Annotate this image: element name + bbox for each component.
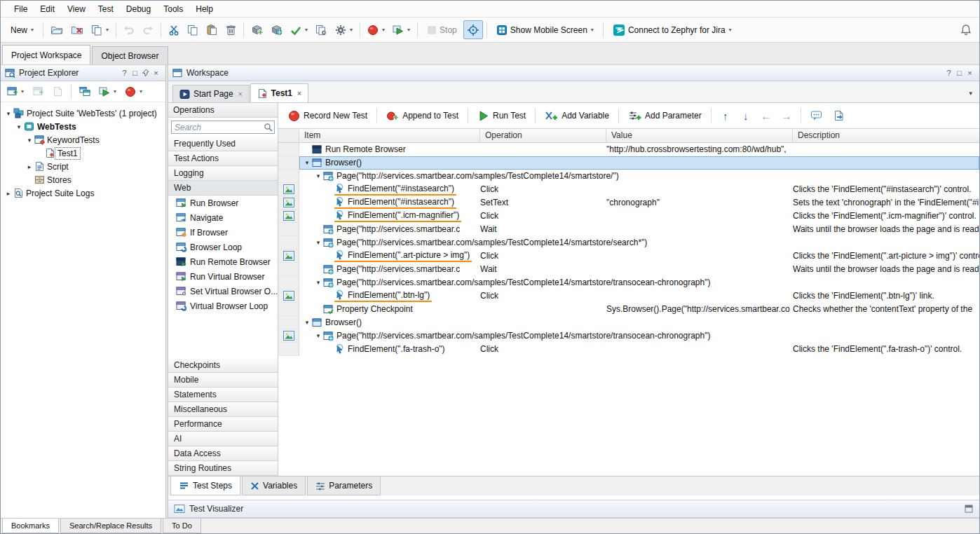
redo-button[interactable] [139,20,157,39]
float-icon[interactable]: □ [130,68,140,78]
operation-item-navigate[interactable]: Navigate [168,210,278,225]
tree-expand-icon[interactable]: ▸ [4,190,13,197]
help-icon[interactable]: ? [944,68,954,78]
tree-item-keywordtests[interactable]: ▾KeywordTests [1,133,165,146]
menu-edit[interactable]: Edit [34,1,61,17]
tab-list-dropdown-icon[interactable]: ▾ [969,90,975,102]
add-web-service-button[interactable] [267,20,286,39]
menu-view[interactable]: View [61,1,92,17]
test-step-row[interactable]: FindElement("#instasearch")SetText"chron… [278,196,979,210]
operations-category-checkpoints[interactable]: Checkpoints [168,358,278,373]
operations-category-test-actions[interactable]: Test Actions [168,151,278,166]
save-button[interactable]: ▾ [88,20,112,39]
close-tab-icon[interactable]: × [238,90,243,98]
add-parameter-button[interactable]: Add Parameter [624,107,706,125]
operations-category-frequently-used[interactable]: Frequently Used [168,137,278,151]
tree-expand-icon[interactable]: ▸ [25,163,34,170]
copy-button[interactable] [184,20,202,39]
tree-collapse-icon[interactable]: ▾ [14,123,24,130]
row-collapse-icon[interactable]: ▾ [313,170,323,183]
column-header-item[interactable]: Item [299,129,480,142]
show-mobile-screen-button[interactable]: Show Mobile Screen▾ [491,20,599,39]
tree-item-test1[interactable]: Test1 [1,146,165,160]
row-collapse-icon[interactable]: ▾ [313,329,323,343]
tree-item-project-suite-logs[interactable]: ▸Project Suite Logs [1,186,165,200]
bottom-bar-tab-bookmarks[interactable]: Bookmarks [2,519,59,533]
row-collapse-icon[interactable]: ▾ [313,236,323,249]
add-project-item-button[interactable]: ▾ [4,82,27,101]
column-header-value[interactable]: Value [606,129,793,142]
menu-file[interactable]: File [8,1,34,17]
export-to-script-button[interactable] [829,107,849,125]
rename-item-button[interactable] [48,82,67,101]
operations-category-performance[interactable]: Performance [168,417,278,432]
object-browser-button[interactable] [76,82,94,101]
append-to-test-button[interactable]: Append to Test [382,107,463,125]
search-icon[interactable] [262,121,275,134]
column-header-operation[interactable]: Operation [480,129,606,142]
operation-item-set-virtual-browser-o[interactable]: Set Virtual Browser O... [168,284,278,299]
bottom-tab-parameters[interactable]: Parameters [307,477,381,495]
test-step-row[interactable]: ▾Browser() [278,316,979,329]
test-step-row[interactable]: FindElement(".btn-lg")ClickClicks the 'F… [278,289,979,303]
operations-category-data-access[interactable]: Data Access [168,446,278,461]
cut-button[interactable] [165,20,183,39]
test-step-row[interactable]: ▾Page("http://services.smartbear.com/sam… [278,276,979,289]
help-icon[interactable]: ? [119,68,130,78]
visualizer-expand-icon[interactable] [963,505,974,513]
bottom-tab-variables[interactable]: Variables [242,477,306,495]
close-project-button[interactable] [67,20,87,39]
run-test-button[interactable]: Run Test [473,107,530,125]
operation-item-if-browser[interactable]: If Browser [168,225,278,240]
add-variable-button[interactable]: Add Variable [540,107,613,125]
add-comment-button[interactable] [806,107,827,125]
tree-item-webtests[interactable]: ▾WebTests [1,120,165,133]
row-collapse-icon[interactable]: ▾ [313,276,323,289]
open-project-button[interactable] [47,20,67,39]
operations-category-statements[interactable]: Statements [168,388,278,402]
menu-help[interactable]: Help [189,1,219,17]
operations-category-ai[interactable]: AI [168,432,278,446]
menu-tools[interactable]: Tools [157,1,189,17]
menu-test[interactable]: Test [92,1,120,17]
delete-button[interactable] [222,20,240,39]
tree-item-script[interactable]: ▸Script [1,160,165,173]
doc-tab-test1[interactable]: Test1× [250,83,308,102]
move-left-button[interactable]: ← [757,110,775,122]
check-syntax-button[interactable]: ▾ [287,20,311,39]
operation-item-run-browser[interactable]: Run Browser [168,196,278,210]
notifications-button[interactable] [957,20,975,39]
add-existing-item-button[interactable] [29,82,47,101]
operations-category-miscellaneous[interactable]: Miscellaneous [168,402,278,417]
test-step-row[interactable]: FindElement(".art-picture > img")ClickCl… [278,249,979,263]
debug-run-button[interactable]: ▾ [121,82,146,101]
test-step-row[interactable]: Page("http://services.smartbear.cWaitWai… [278,223,979,236]
move-right-button[interactable]: → [777,110,796,122]
paste-button[interactable] [203,20,221,39]
test-step-row[interactable]: Run Remote Browser"http://hub.crossbrows… [278,143,979,156]
operations-category-string-routines[interactable]: String Routines [168,461,278,476]
connect-zephyr-button[interactable]: Connect to Zephyr for Jira▾ [607,20,737,39]
operations-category-logging[interactable]: Logging [168,166,278,181]
test-step-row[interactable]: FindElement("#instasearch")ClickClicks t… [278,183,979,196]
run-project-button[interactable]: ▾ [389,20,414,39]
stop-button[interactable]: Stop [421,20,463,39]
test-step-row[interactable]: ▾Page("http://services.smartbear.com/sam… [278,236,979,249]
close-tab-icon[interactable]: × [297,90,301,97]
tab-project-workspace[interactable]: Project Workspace [2,45,90,64]
move-down-button[interactable]: ↓ [737,110,755,122]
tree-item-project-suite-webtests-1-project[interactable]: ▾Project Suite 'WebTests' (1 project) [1,107,165,120]
add-new-item-button[interactable] [247,20,266,39]
test-step-row[interactable]: Page("http://services.smartbear.cWaitWai… [278,263,979,276]
bottom-bar-tab-to-do[interactable]: To Do [163,519,201,533]
new-button[interactable]: New▾ [5,20,39,39]
options-button[interactable]: ▾ [332,20,356,39]
column-header-description[interactable]: Description [793,129,979,142]
test-step-row[interactable]: FindElement(".fa-trash-o")ClickClicks th… [278,343,979,356]
menu-debug[interactable]: Debug [120,1,157,17]
doc-tab-start-page[interactable]: Start Page× [172,85,250,102]
test-step-row[interactable]: ▾Page("http://services.smartbear.com/sam… [278,329,979,343]
row-collapse-icon[interactable]: ▾ [302,316,312,329]
test-step-row[interactable]: Property CheckpointSys.Browser().Page("h… [278,303,979,316]
operations-category-mobile[interactable]: Mobile [168,373,278,388]
